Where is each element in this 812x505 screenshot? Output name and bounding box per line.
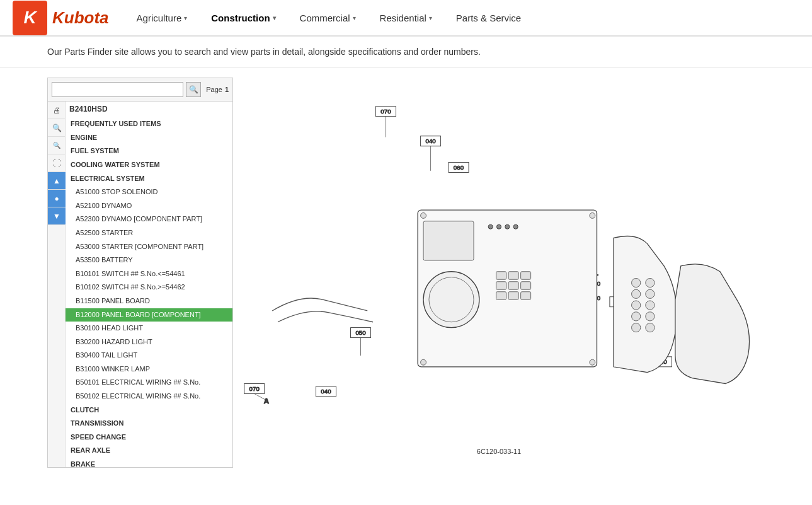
tree-item[interactable]: ELECTRICAL SYSTEM <box>66 172 232 186</box>
nav-residential[interactable]: Residential ▾ <box>377 13 435 23</box>
tree-items-container: FREQUENTLY USED ITEMSENGINEFUEL SYSTEMCO… <box>66 117 232 467</box>
tree-item[interactable]: A52500 STARTER <box>66 226 232 240</box>
tree-item[interactable]: B30100 HEAD LIGHT <box>66 322 232 335</box>
tree-item[interactable]: SPEED CHANGE <box>66 431 232 444</box>
header: K Kubota Agriculture ▾ Construction ▾ Co… <box>0 0 812 37</box>
svg-point-35 <box>423 272 479 328</box>
svg-text:060: 060 <box>454 164 464 171</box>
tree-item[interactable]: B11500 PANEL BOARD <box>66 294 232 308</box>
svg-point-40 <box>505 224 510 229</box>
svg-rect-32 <box>496 292 506 299</box>
chevron-down-icon: ▾ <box>429 15 432 21</box>
tree-item[interactable]: A52100 DYNAMO <box>66 199 232 213</box>
nav-commercial[interactable]: Commercial ▾ <box>297 13 358 23</box>
svg-text:050: 050 <box>355 329 366 336</box>
svg-point-46 <box>632 301 641 310</box>
tree-item[interactable]: FREQUENTLY USED ITEMS <box>66 117 232 131</box>
svg-point-49 <box>646 312 655 321</box>
tree-item[interactable]: B30400 TAIL LIGHT <box>66 349 232 363</box>
svg-rect-30 <box>508 282 518 289</box>
svg-point-39 <box>496 224 501 229</box>
tree-item[interactable]: CLUTCH <box>66 403 232 417</box>
tree-item[interactable]: TRANSMISSION <box>66 417 232 431</box>
tree-item[interactable]: FUEL SYSTEM <box>66 144 232 158</box>
svg-point-52 <box>421 212 426 218</box>
panel-layout: 🖨 🔍 🔍 ⛶ ▲ ● ▼ B2410HSD FREQUENTLY USED I… <box>48 102 232 467</box>
print-button[interactable]: 🖨 <box>48 102 66 119</box>
tree-item[interactable]: B10102 SWITCH ## S.No.>=54462 <box>66 281 232 294</box>
search-bar: 🔍 Page 1 <box>48 78 232 102</box>
page-number: 1 <box>225 86 229 93</box>
chevron-down-icon: ▾ <box>184 15 187 21</box>
tree-item[interactable]: A53000 STARTER [COMPONENT PART] <box>66 240 232 254</box>
svg-text:A: A <box>264 397 270 405</box>
svg-point-55 <box>590 359 595 365</box>
tree-item[interactable]: REAR AXLE <box>66 444 232 458</box>
scroll-up-button[interactable]: ▲ <box>48 172 66 190</box>
svg-point-43 <box>646 278 655 287</box>
tree-item[interactable]: B10101 SWITCH ## S.No.<=54461 <box>66 267 232 281</box>
tree-item[interactable]: B30200 HAZARD LIGHT <box>66 335 232 349</box>
svg-text:070: 070 <box>380 108 391 115</box>
search-button[interactable]: 🔍 <box>186 82 201 97</box>
logo-text: Kubota <box>52 8 109 28</box>
tree-item[interactable]: A51000 STOP SOLENOID <box>66 185 232 199</box>
svg-rect-34 <box>521 292 531 299</box>
diagram-area: 070 040 060 040 030 010 A· 020 <box>233 78 765 468</box>
search-input[interactable] <box>52 82 183 97</box>
zoom-out-button[interactable]: 🔍 <box>48 137 66 154</box>
svg-rect-28 <box>521 272 531 279</box>
nav-construction[interactable]: Construction ▾ <box>209 13 278 23</box>
diagram-caption: 6C120-033-11 <box>233 448 765 455</box>
svg-point-50 <box>632 323 641 332</box>
tree-item[interactable]: BRAKE <box>66 458 232 467</box>
icon-bar: 🖨 🔍 🔍 ⛶ ▲ ● ▼ <box>48 102 66 467</box>
svg-rect-29 <box>496 282 506 289</box>
tree-item[interactable]: B12000 PANEL BOARD [COMPONENT] <box>66 308 232 322</box>
svg-text:040: 040 <box>425 137 436 144</box>
tree-item[interactable]: B50102 ELECTRICAL WIRING ## S.No. <box>66 390 232 403</box>
logo[interactable]: K Kubota <box>13 1 109 35</box>
chevron-down-icon: ▾ <box>353 15 356 21</box>
svg-point-41 <box>513 224 518 229</box>
logo-icon: K <box>13 1 47 35</box>
svg-point-48 <box>632 312 641 321</box>
svg-point-54 <box>421 359 426 365</box>
main-content: 🔍 Page 1 🖨 🔍 🔍 ⛶ ▲ ● ▼ B2410HSD FREQUENT… <box>0 67 812 478</box>
intro-text: Our Parts Finder site allows you to sear… <box>0 37 812 67</box>
tree-item[interactable]: ENGINE <box>66 131 232 145</box>
tree-item[interactable]: COOLING WATER SYSTEM <box>66 158 232 172</box>
tree-item[interactable]: A52300 DYNAMO [COMPONENT PART] <box>66 212 232 226</box>
svg-point-47 <box>646 301 655 310</box>
tree-panel: B2410HSD FREQUENTLY USED ITEMSENGINEFUEL… <box>66 102 232 467</box>
svg-text:070: 070 <box>249 385 260 392</box>
svg-text:040: 040 <box>321 388 331 395</box>
svg-point-45 <box>646 289 655 298</box>
tree-item[interactable]: B50101 ELECTRICAL WIRING ## S.No. <box>66 376 232 390</box>
left-panel: 🔍 Page 1 🖨 🔍 🔍 ⛶ ▲ ● ▼ B2410HSD FREQUENT… <box>47 78 233 468</box>
svg-rect-27 <box>508 272 518 279</box>
svg-point-44 <box>632 289 641 298</box>
main-nav: Agriculture ▾ Construction ▾ Commercial … <box>134 13 799 23</box>
tree-item[interactable]: A53500 BATTERY <box>66 253 232 267</box>
svg-point-53 <box>590 212 595 218</box>
zoom-in-button[interactable]: 🔍 <box>48 119 66 137</box>
svg-point-42 <box>632 278 641 287</box>
svg-rect-37 <box>423 221 474 260</box>
tree-root[interactable]: B2410HSD <box>66 102 232 117</box>
svg-point-38 <box>488 224 493 229</box>
svg-rect-33 <box>508 292 518 299</box>
svg-point-51 <box>646 323 655 332</box>
svg-rect-26 <box>496 272 506 279</box>
scroll-mid-button[interactable]: ● <box>48 190 66 207</box>
tree-item[interactable]: B31000 WINKER LAMP <box>66 363 232 376</box>
scroll-down-button[interactable]: ▼ <box>48 207 66 225</box>
fullscreen-button[interactable]: ⛶ <box>48 154 66 172</box>
parts-diagram: 070 040 060 040 030 010 A· 020 <box>233 78 765 443</box>
nav-parts-service[interactable]: Parts & Service <box>454 13 523 23</box>
svg-rect-31 <box>521 282 531 289</box>
chevron-down-icon: ▾ <box>273 15 276 21</box>
page-label: Page <box>206 86 222 93</box>
nav-agriculture[interactable]: Agriculture ▾ <box>134 13 190 23</box>
